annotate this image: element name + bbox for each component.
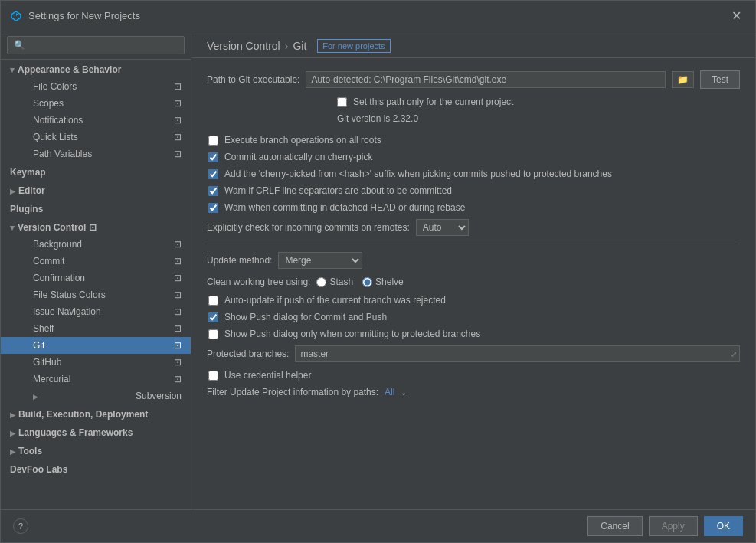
sidebar-item-issue-navigation[interactable]: Issue Navigation ⊡ [1,303,191,320]
sidebar-item-keymap[interactable]: Keymap [1,162,191,181]
title-bar: Settings for New Projects ✕ [1,1,755,31]
copy-icon: ⊡ [174,132,182,142]
warn-crlf-checkbox[interactable] [208,186,218,196]
warn-detached-checkbox[interactable] [208,203,218,213]
commit-cherry-pick-row: Commit automatically on cherry-pick [207,152,740,162]
incoming-select[interactable]: Auto Never Always [416,219,469,236]
warn-crlf-row: Warn if CRLF line separators are about t… [207,185,740,196]
sidebar-item-background[interactable]: Background ⊡ [1,236,191,253]
git-path-input[interactable] [306,71,666,88]
sidebar-item-tools[interactable]: Tools [1,441,191,460]
sidebar-item-label: Scopes [33,98,64,109]
add-cherry-suffix-checkbox[interactable] [208,169,218,179]
sidebar-item-path-variables[interactable]: Path Variables ⊡ [1,146,191,162]
sidebar-item-label: Background [33,239,82,250]
sidebar-item-commit[interactable]: Commit ⊡ [1,253,191,270]
filter-link[interactable]: All [385,387,394,397]
sidebar-item-label: Editor [18,185,45,196]
test-button[interactable]: Test [700,70,740,89]
update-method-select[interactable]: Merge Rebase Branch Default [278,252,362,269]
sidebar-item-label: File Status Colors [33,289,106,300]
show-push-dialog-checkbox[interactable] [208,312,218,322]
apply-button[interactable]: Apply [649,516,698,536]
warn-detached-label: Warn when committing in detached HEAD or… [224,202,465,213]
sidebar-item-label: Version Control [18,222,86,233]
cancel-button[interactable]: Cancel [587,516,642,536]
sidebar-item-notifications[interactable]: Notifications ⊡ [1,112,191,129]
set-path-checkbox[interactable] [337,97,347,107]
execute-branch-row: Execute branch operations on all roots [207,135,740,146]
shelve-radio[interactable] [362,277,372,287]
clean-label: Clean working tree using: [207,276,310,287]
sidebar-item-subversion[interactable]: Subversion [1,388,191,404]
copy-icon: ⊡ [174,115,182,126]
filter-update-row: Filter Update Project information by pat… [207,387,740,397]
copy-icon: ⊡ [174,357,182,368]
copy-icon: ⊡ [89,222,97,233]
copy-icon: ⊡ [174,374,182,384]
main-content: Path to Git executable: 📁 Test Set this … [191,58,755,509]
warn-detached-row: Warn when committing in detached HEAD or… [207,202,740,213]
sidebar-item-label: Tools [18,446,42,456]
auto-update-label: Auto-update if push of the current branc… [224,295,446,306]
copy-icon: ⊡ [174,239,182,250]
sidebar-item-file-colors[interactable]: File Colors ⊡ [1,78,191,95]
sidebar-item-mercurial[interactable]: Mercurial ⊡ [1,371,191,388]
incoming-commits-row: Explicitly check for incoming commits on… [207,219,740,236]
shelve-radio-label[interactable]: Shelve [362,276,404,287]
content-area: Appearance & Behavior File Colors ⊡ Scop… [1,31,755,509]
sidebar-item-label: Issue Navigation [33,306,101,317]
sidebar-item-label: DevFoo Labs [10,464,67,475]
sidebar-item-label: Subversion [136,391,182,401]
sidebar-item-quick-lists[interactable]: Quick Lists ⊡ [1,129,191,146]
show-push-dialog-row: Show Push dialog for Commit and Push [207,312,740,322]
bottom-right: Cancel Apply OK [587,516,743,536]
search-input[interactable] [7,36,185,54]
chevron-right-icon [10,446,15,456]
sidebar-item-shelf[interactable]: Shelf ⊡ [1,320,191,337]
copy-icon: ⊡ [174,273,182,283]
sidebar-item-file-status-colors[interactable]: File Status Colors ⊡ [1,286,191,303]
close-button[interactable]: ✕ [727,7,746,25]
execute-branch-label: Execute branch operations on all roots [224,135,381,146]
sidebar-item-version-control[interactable]: Version Control ⊡ [1,218,191,236]
title-bar-left: Settings for New Projects [10,10,140,22]
stash-radio-label[interactable]: Stash [316,276,353,287]
sidebar-item-build-execution[interactable]: Build, Execution, Deployment [1,404,191,423]
folder-browse-button[interactable]: 📁 [672,71,694,88]
execute-branch-checkbox[interactable] [208,136,218,146]
copy-icon: ⊡ [174,81,182,92]
sidebar-item-languages-frameworks[interactable]: Languages & Frameworks [1,423,191,441]
sidebar-item-devfoo[interactable]: DevFoo Labs [1,460,191,478]
expand-protected-button[interactable]: ⤢ [731,350,737,358]
help-button[interactable]: ? [13,518,28,534]
filter-dropdown-arrow: ⌄ [401,388,407,397]
sidebar-item-scopes[interactable]: Scopes ⊡ [1,95,191,112]
chevron-right-icon [10,427,15,438]
chevron-down-icon [10,64,15,75]
stash-text: Stash [329,276,353,287]
sidebar-item-github[interactable]: GitHub ⊡ [1,354,191,371]
ok-button[interactable]: OK [704,516,743,536]
protected-branches-row: Protected branches: ⤢ [207,345,740,362]
auto-update-checkbox[interactable] [208,296,218,306]
sidebar-item-confirmation[interactable]: Confirmation ⊡ [1,270,191,286]
use-credential-checkbox[interactable] [208,371,218,381]
sidebar-item-plugins[interactable]: Plugins [1,199,191,218]
stash-radio[interactable] [316,277,326,287]
dialog-title: Settings for New Projects [28,10,140,21]
commit-cherry-label: Commit automatically on cherry-pick [224,152,372,162]
copy-icon: ⊡ [174,256,182,267]
clean-tree-row: Clean working tree using: Stash Shelve [207,276,740,287]
incoming-label: Explicitly check for incoming commits on… [207,222,410,233]
sidebar-item-git[interactable]: Git ⊡ [1,337,191,354]
show-push-protected-checkbox[interactable] [208,329,218,339]
git-version-row: Git version is 2.32.0 [207,113,740,124]
commit-cherry-checkbox[interactable] [208,152,218,162]
sidebar-item-appearance[interactable]: Appearance & Behavior [1,60,191,78]
sidebar-item-editor[interactable]: Editor [1,181,191,199]
protected-branches-input[interactable] [295,345,740,362]
new-projects-tag[interactable]: For new projects [317,39,390,53]
copy-icon: ⊡ [174,289,182,300]
breadcrumb: Version Control › Git [207,40,306,52]
